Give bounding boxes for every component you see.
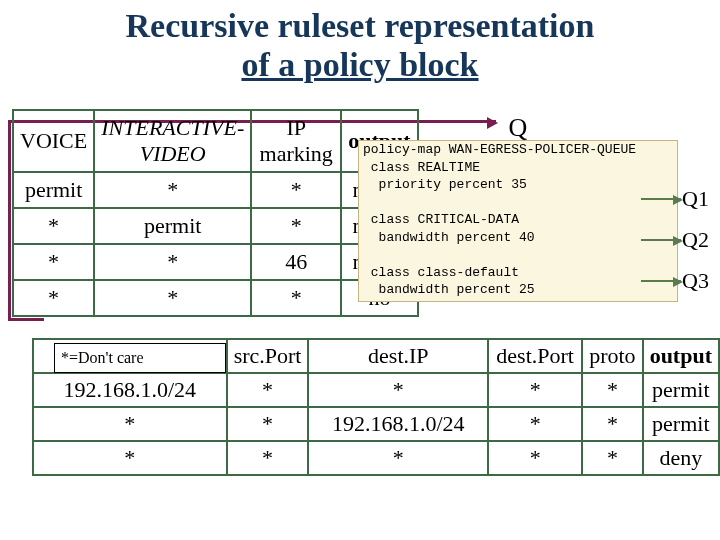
- t1-r1c2: *: [251, 208, 341, 244]
- t1-r0c0: permit: [13, 172, 94, 208]
- t2-r0c3: *: [488, 373, 582, 407]
- t2-r1c5: permit: [643, 407, 719, 441]
- t2-r1c1: *: [227, 407, 309, 441]
- callout-arrow-join: [8, 318, 44, 321]
- t1-r3c0: *: [13, 280, 94, 316]
- t2-r1c4: *: [582, 407, 642, 441]
- t1-r1c0: *: [13, 208, 94, 244]
- t2-r0c2: *: [308, 373, 488, 407]
- t1-r2c0: *: [13, 244, 94, 280]
- queue-arrow-3: [641, 280, 681, 282]
- queue-label: Q: [358, 113, 678, 143]
- t2-r1c2: 192.168.1.0/24: [308, 407, 488, 441]
- t2-h5: output: [643, 339, 719, 373]
- t2-r0c0: 192.168.1.0/24: [33, 373, 227, 407]
- t2-h1: src.Port: [227, 339, 309, 373]
- t2-r2c2: *: [308, 441, 488, 475]
- t2-r0c5: permit: [643, 373, 719, 407]
- t1-r1c1: permit: [94, 208, 251, 244]
- queue-arrow-1: [641, 198, 681, 200]
- t1-r3c2: *: [251, 280, 341, 316]
- t2-r2c1: *: [227, 441, 309, 475]
- t1-r0c2: *: [251, 172, 341, 208]
- t2-r0c1: *: [227, 373, 309, 407]
- t2-r2c0: *: [33, 441, 227, 475]
- queue-tag-2: Q2: [682, 227, 709, 253]
- slide-title: Recursive ruleset representation of a po…: [0, 6, 720, 84]
- t1-r2c2: 46: [251, 244, 341, 280]
- title-line2: of a policy block: [0, 45, 720, 84]
- t2-r1c0: *: [33, 407, 227, 441]
- queue-box-wrap: policy-map WAN-EGRESS-POLICER-QUEUE clas…: [358, 140, 678, 302]
- footnote-box: *=Don't care: [54, 343, 226, 373]
- callout-arrow-vert: [8, 120, 11, 318]
- queue-arrow-2: [641, 239, 681, 241]
- t2-r2c4: *: [582, 441, 642, 475]
- t1-h2: IP marking: [251, 110, 341, 172]
- t2-h3: dest.Port: [488, 339, 582, 373]
- t2-r1c3: *: [488, 407, 582, 441]
- t1-h1: INTERACTIVE-VIDEO: [94, 110, 251, 172]
- t1-h0: VOICE: [13, 110, 94, 172]
- t1-r0c1: *: [94, 172, 251, 208]
- t1-r3c1: *: [94, 280, 251, 316]
- t2-h4: proto: [582, 339, 642, 373]
- t1-r2c1: *: [94, 244, 251, 280]
- queue-tag-1: Q1: [682, 186, 709, 212]
- title-line1: Recursive ruleset representation: [0, 6, 720, 45]
- t2-r0c4: *: [582, 373, 642, 407]
- queue-code: policy-map WAN-EGRESS-POLICER-QUEUE clas…: [358, 140, 678, 302]
- t2-r2c3: *: [488, 441, 582, 475]
- t2-r2c5: deny: [643, 441, 719, 475]
- queue-tag-3: Q3: [682, 268, 709, 294]
- t2-h2: dest.IP: [308, 339, 488, 373]
